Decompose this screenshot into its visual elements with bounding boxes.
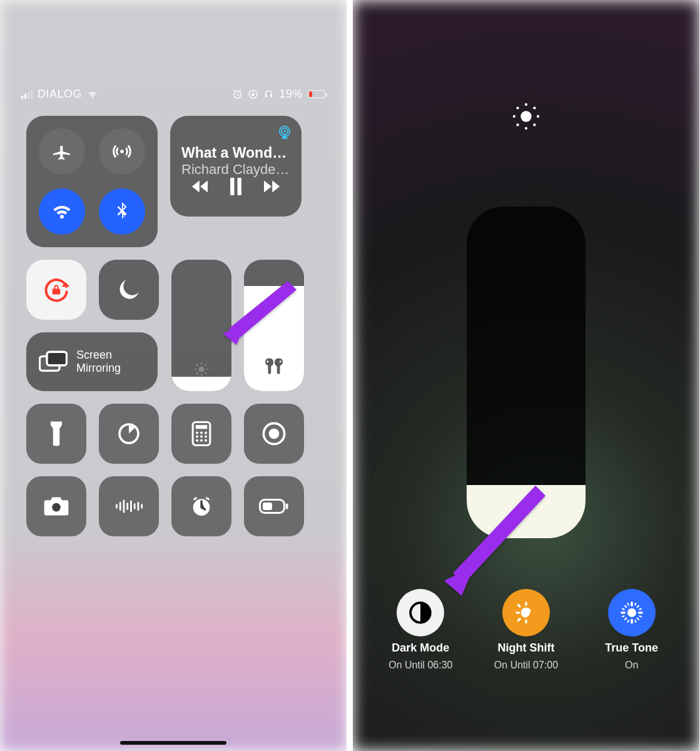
wifi-button[interactable] (39, 188, 85, 235)
svg-point-1 (120, 150, 124, 153)
carrier-name: DIALOG (38, 88, 82, 101)
camera-button[interactable] (26, 476, 86, 536)
svg-point-19 (280, 360, 282, 362)
play-pause-button[interactable] (229, 178, 243, 195)
svg-point-30 (200, 439, 203, 442)
svg-point-47 (520, 111, 531, 121)
night-shift-status: On Until 07:00 (494, 660, 558, 671)
alarm-icon (232, 89, 243, 100)
svg-line-71 (637, 606, 638, 607)
svg-line-60 (518, 605, 520, 607)
svg-rect-46 (263, 503, 272, 510)
cellular-signal-icon (21, 90, 33, 99)
voice-memos-button[interactable] (99, 476, 159, 536)
svg-point-9 (199, 367, 205, 372)
orientation-lock-icon (248, 89, 258, 100)
airplay-icon[interactable] (276, 125, 293, 141)
brightness-min-icon (510, 100, 542, 133)
battery-percentage: 19% (279, 88, 303, 101)
right-screenshot: Dark Mode On Until 06:30 Night Shift On … (353, 0, 699, 751)
sun-icon (171, 361, 231, 377)
alarm-button[interactable] (171, 476, 231, 536)
left-screenshot: DIALOG 19% (0, 0, 347, 751)
svg-line-16 (196, 373, 198, 374)
svg-point-26 (196, 436, 198, 438)
screen-record-button[interactable] (244, 404, 304, 464)
headphones-icon (263, 89, 274, 100)
do-not-disturb-button[interactable] (99, 260, 159, 320)
svg-rect-6 (238, 178, 241, 195)
home-indicator (120, 741, 226, 745)
true-tone-status: On (625, 660, 638, 671)
svg-point-49 (525, 127, 527, 130)
svg-point-27 (200, 436, 203, 438)
flashlight-button[interactable] (26, 404, 86, 464)
svg-line-76 (639, 609, 641, 610)
annotation-arrow-left (218, 277, 299, 346)
svg-line-15 (205, 373, 206, 374)
svg-line-79 (635, 620, 636, 622)
svg-rect-45 (286, 504, 288, 509)
night-shift-label: Night Shift (497, 641, 554, 655)
svg-point-29 (196, 439, 198, 442)
night-shift-button[interactable] (502, 589, 550, 636)
screen-mirroring-label-line2: Mirroring (76, 362, 121, 374)
airpods-icon (244, 354, 304, 377)
orientation-lock-button[interactable] (26, 260, 86, 320)
svg-point-53 (533, 123, 535, 126)
media-title: What a Wonderf… (181, 145, 290, 161)
dark-mode-button[interactable] (397, 589, 444, 636)
svg-line-78 (627, 620, 628, 622)
svg-line-69 (637, 618, 638, 620)
svg-line-14 (196, 364, 198, 365)
timer-button[interactable] (99, 404, 159, 464)
cellular-data-button[interactable] (99, 128, 145, 175)
svg-line-74 (622, 609, 624, 610)
screen-mirroring-button[interactable]: ScreenMirroring (26, 332, 158, 391)
svg-point-23 (196, 431, 198, 434)
annotation-arrow-right (435, 481, 548, 600)
true-tone-button[interactable] (608, 589, 656, 636)
svg-point-63 (627, 608, 636, 617)
svg-point-25 (205, 431, 207, 434)
svg-line-75 (622, 616, 624, 616)
svg-line-73 (635, 603, 636, 605)
svg-point-54 (516, 123, 519, 126)
svg-point-31 (205, 439, 207, 442)
svg-rect-8 (47, 352, 67, 365)
svg-line-77 (639, 616, 641, 616)
now-playing-module[interactable]: What a Wonderf… Richard Clayderman… (170, 116, 302, 217)
svg-point-50 (513, 115, 515, 118)
dark-mode-status: On Until 06:30 (388, 660, 452, 671)
svg-line-61 (518, 619, 520, 621)
svg-rect-22 (196, 425, 207, 429)
next-track-button[interactable] (262, 179, 281, 194)
screen-mirroring-label-line1: Screen (76, 349, 112, 361)
svg-point-33 (269, 429, 280, 439)
true-tone-label: True Tone (605, 641, 658, 655)
svg-point-48 (525, 103, 527, 106)
svg-point-24 (200, 431, 203, 434)
airplane-mode-button[interactable] (39, 128, 85, 175)
svg-line-17 (205, 364, 206, 365)
previous-track-button[interactable] (191, 179, 210, 194)
svg-point-4 (283, 130, 285, 132)
dark-mode-label: Dark Mode (392, 641, 449, 655)
bluetooth-button[interactable] (99, 188, 145, 235)
status-bar: DIALOG 19% (0, 0, 347, 101)
svg-point-55 (533, 106, 535, 109)
calculator-button[interactable] (171, 404, 231, 464)
wifi-icon (87, 89, 98, 100)
battery-icon (308, 90, 325, 98)
svg-point-28 (205, 436, 207, 438)
svg-point-18 (266, 360, 268, 362)
svg-point-52 (516, 106, 519, 109)
svg-point-51 (537, 115, 539, 118)
svg-point-34 (52, 503, 61, 512)
media-artist: Richard Clayderman… (181, 161, 290, 178)
low-power-mode-button[interactable] (244, 476, 304, 536)
svg-line-70 (625, 618, 626, 620)
connectivity-module[interactable] (26, 116, 158, 247)
svg-line-68 (625, 606, 626, 607)
svg-line-72 (627, 603, 628, 605)
